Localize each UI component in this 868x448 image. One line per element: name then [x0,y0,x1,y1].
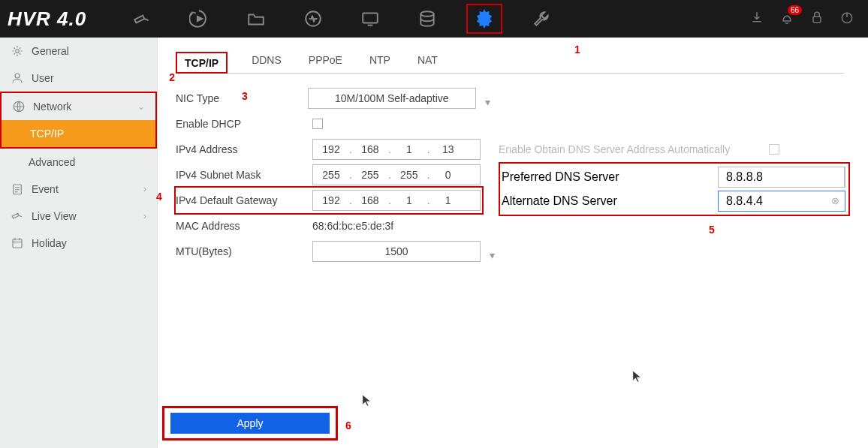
power-icon[interactable] [839,10,854,28]
ipv4-gateway-input[interactable]: 192. 168. 1. 1 [312,190,481,211]
mac-label: MAC Address [176,220,312,232]
tab-nat[interactable]: NAT [414,48,441,73]
lock-icon[interactable] [809,10,824,28]
alarm-badge: 66 [788,5,802,15]
tabs: TCP/IP DDNS PPPoE NTP NAT [176,48,844,74]
camera-icon[interactable] [124,4,160,34]
sidebar-item-liveview[interactable]: Live View › [0,203,157,230]
playback-icon[interactable] [181,4,217,34]
sidebar-item-label: Advanced [29,156,75,168]
callout-1: 1 [574,44,580,56]
svg-rect-1 [363,13,378,23]
chevron-right-icon: › [143,211,146,221]
main-panel: TCP/IP DDNS PPPoE NTP NAT 1 NIC Type 3 1… [158,38,868,448]
ipv4-mask-label: IPv4 Subnet Mask [176,169,312,181]
globe-icon [12,100,26,113]
monitor-icon[interactable] [352,4,388,34]
download-icon[interactable] [749,10,764,28]
tab-ntp[interactable]: NTP [366,48,393,73]
wrench-icon[interactable] [523,4,559,34]
sidebar-item-label: TCP/IP [30,128,64,140]
callout-3: 3 [242,90,248,102]
gear-icon [11,44,24,58]
auto-dns-label: Enable Obtain DNS Server Address Automat… [499,143,769,155]
calendar-icon [11,236,24,250]
tab-tcpip[interactable]: TCP/IP [176,52,228,74]
sidebar-item-label: User [32,72,54,84]
mac-value: 68:6d:bc:e5:de:3f [312,220,393,232]
apply-button[interactable]: Apply [170,413,330,434]
svg-point-6 [16,50,20,53]
alternate-dns-input[interactable]: 8.8.4.4 [718,191,845,212]
callout-5: 5 [709,224,715,236]
ipv4-address-input[interactable]: 192. 168. 1. 13 [312,139,481,160]
ipv4-mask-input[interactable]: 255. 255. 255. 0 [312,164,481,185]
clear-icon[interactable]: ⊗ [831,195,839,206]
preferred-dns-label: Preferred DNS Server [502,170,718,184]
alternate-dns-label: Alternate DNS Server [502,194,718,208]
mtu-label: MTU(Bytes) [176,245,312,257]
callout-6: 6 [345,419,351,431]
sidebar-item-label: Event [32,183,59,195]
sidebar-item-label: Live View [32,210,77,222]
nic-type-select[interactable]: 10M/100M Self-adaptive [308,88,476,109]
ipv4-gateway-label: IPv4 Default Gateway [176,194,312,206]
enable-dhcp-label: Enable DHCP [176,118,312,130]
sidebar-item-label: General [32,45,69,57]
chevron-right-icon: › [143,184,146,194]
app-logo: HVR 4.0 [8,8,86,31]
topbar-icons [124,4,559,34]
database-icon[interactable] [409,4,445,34]
topbar: HVR 4.0 66 [0,0,868,38]
topbar-right: 66 [749,0,854,38]
sidebar-item-user[interactable]: User 2 [0,65,157,92]
camera-outline-icon [11,209,24,223]
sidebar-network-highlight: Network ⌄ TCP/IP [0,92,157,149]
tab-ddns[interactable]: DDNS [249,48,285,73]
dns-column: Enable Obtain DNS Server Address Automat… [499,137,850,216]
svg-point-2 [421,11,434,17]
dns-highlight-box: Preferred DNS Server 8.8.8.8 Alternate D… [499,162,850,216]
sidebar-item-network[interactable]: Network ⌄ [2,93,155,120]
svg-point-7 [15,74,20,78]
ipv4-address-label: IPv4 Address [176,143,312,155]
preferred-dns-input[interactable]: 8.8.8.8 [718,167,845,188]
sidebar-item-advanced[interactable]: Advanced [0,149,157,176]
tab-pppoe[interactable]: PPPoE [306,48,345,73]
sidebar-item-label: Holiday [32,237,67,249]
cursor-icon [632,370,643,383]
form: NIC Type 3 10M/100M Self-adaptive Enable… [176,86,854,264]
user-icon [11,71,24,85]
sidebar: General User 2 Network ⌄ TCP/IP Advanced… [0,38,158,448]
sidebar-item-event[interactable]: Event › [0,176,157,203]
cursor-icon [362,394,372,407]
settings-icon[interactable] [466,4,502,34]
mtu-input[interactable]: 1500 [312,241,481,262]
activity-icon[interactable] [295,4,331,34]
sidebar-item-label: Network [33,101,71,113]
chevron-down-icon: ⌄ [137,101,145,112]
clipboard-icon [11,182,24,196]
sidebar-item-general[interactable]: General [0,38,157,65]
sidebar-item-tcpip[interactable]: TCP/IP [2,120,155,147]
svg-rect-10 [13,239,22,248]
callout-4: 4 [156,191,162,203]
apply-highlight: Apply [162,406,338,440]
auto-dns-checkbox[interactable] [769,144,779,155]
enable-dhcp-checkbox[interactable] [312,119,323,129]
alarm-icon[interactable]: 66 [779,10,794,28]
sidebar-item-holiday[interactable]: Holiday [0,230,157,257]
svg-rect-4 [813,17,821,22]
folder-icon[interactable] [238,4,274,34]
